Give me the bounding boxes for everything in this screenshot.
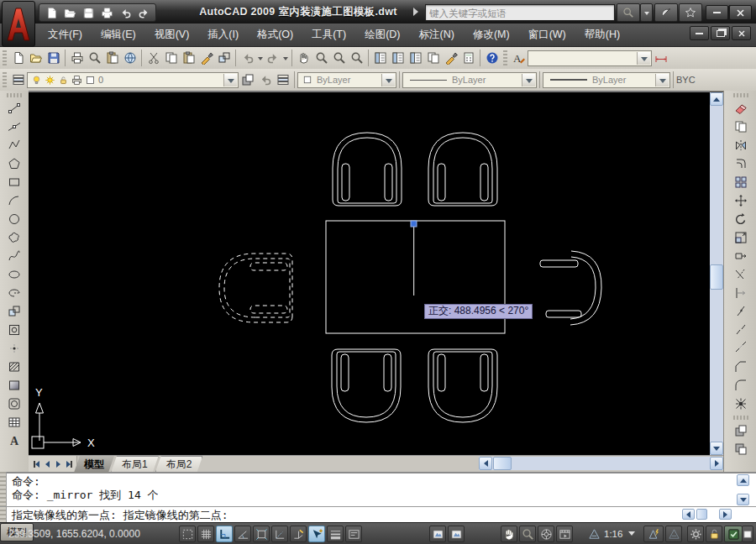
ui-lock-button[interactable]: [706, 526, 722, 542]
tab-layout1[interactable]: 布局1: [111, 456, 159, 473]
publish-button[interactable]: [121, 50, 139, 67]
sheet-set-button[interactable]: [424, 50, 442, 67]
search-dropdown-button[interactable]: [640, 3, 653, 22]
make-block-button[interactable]: [4, 321, 24, 339]
line-button[interactable]: [4, 99, 24, 118]
qat-redo-button[interactable]: [135, 5, 152, 20]
revision-cloud-button[interactable]: [4, 228, 24, 247]
qat-save-button[interactable]: [80, 5, 97, 20]
command-prompt[interactable]: 指定镜像线的第一点: 指定镜像线的第二点:: [12, 508, 228, 523]
bring-to-front-button[interactable]: [731, 421, 751, 440]
show-motion-button[interactable]: [556, 526, 573, 542]
tool-palettes-button[interactable]: [407, 50, 424, 67]
layout2-button[interactable]: [448, 526, 465, 542]
properties-button[interactable]: [371, 50, 389, 67]
zoom-window-button[interactable]: [330, 50, 348, 67]
mtext-button[interactable]: A: [4, 432, 24, 450]
prompt-scroll-left-button[interactable]: [682, 509, 695, 520]
vertical-scroll-thumb[interactable]: [710, 264, 723, 290]
menu-insert[interactable]: 插入(I): [198, 24, 248, 46]
pan-button[interactable]: [295, 50, 312, 67]
tab-first-button[interactable]: [31, 458, 41, 470]
construction-line-button[interactable]: [4, 118, 24, 136]
qat-undo-button[interactable]: [117, 5, 134, 20]
toolbar-grip[interactable]: [3, 72, 7, 87]
menu-draw[interactable]: 绘图(D): [355, 24, 409, 46]
command-scroll-up-button[interactable]: [737, 474, 749, 486]
ortho-toggle[interactable]: [216, 526, 233, 542]
insert-block-button[interactable]: [4, 302, 24, 321]
toolbar-grip[interactable]: [733, 93, 748, 97]
qat-print-button[interactable]: [98, 5, 115, 20]
layer-states-button[interactable]: [274, 71, 291, 89]
doc-close-button[interactable]: [732, 26, 751, 40]
scroll-up-button[interactable]: [710, 92, 723, 106]
menu-modify[interactable]: 修改(M): [464, 24, 519, 46]
toolbar-grip[interactable]: [3, 50, 7, 65]
menu-help[interactable]: 帮助(H): [575, 24, 629, 46]
mirror-button[interactable]: [731, 136, 751, 154]
table-button[interactable]: [4, 413, 24, 432]
polar-toggle[interactable]: [234, 526, 251, 542]
join-button[interactable]: [731, 339, 751, 358]
dim-style-button[interactable]: [652, 50, 669, 67]
dyn-toggle[interactable]: [308, 526, 325, 542]
prompt-scroll-right-button[interactable]: [719, 509, 732, 520]
quick-properties-toggle[interactable]: [345, 526, 362, 542]
menu-view[interactable]: 视图(V): [145, 24, 199, 46]
new-button[interactable]: [9, 50, 27, 67]
zoom-previous-button[interactable]: [348, 50, 365, 67]
menu-edit[interactable]: 编辑(E): [92, 24, 145, 46]
break-at-point-button[interactable]: [731, 302, 751, 321]
spline-button[interactable]: [4, 247, 24, 265]
layout1-button[interactable]: [429, 526, 446, 542]
tab-next-button[interactable]: [53, 458, 63, 470]
circle-button[interactable]: [4, 210, 24, 228]
rotate-button[interactable]: [731, 210, 751, 228]
close-button[interactable]: [729, 5, 752, 20]
polygon-button[interactable]: [4, 154, 24, 173]
design-center-button[interactable]: [389, 50, 407, 67]
quickcalc-button[interactable]: [459, 50, 477, 67]
grid-toggle[interactable]: [197, 526, 214, 542]
menu-window[interactable]: 窗口(W): [519, 24, 575, 46]
offset-button[interactable]: [731, 154, 751, 173]
scale-button[interactable]: [731, 228, 751, 247]
gradient-button[interactable]: [4, 376, 24, 395]
undo-button[interactable]: [239, 50, 256, 67]
rectangle-button[interactable]: [4, 173, 24, 191]
ducs-toggle[interactable]: [290, 526, 307, 542]
lwt-toggle[interactable]: [327, 526, 344, 542]
region-button[interactable]: [4, 395, 24, 413]
clean-screen-button[interactable]: [742, 526, 753, 542]
scale-dropdown-icon[interactable]: [628, 531, 635, 539]
qat-new-button[interactable]: [43, 5, 60, 20]
toolbar-grip[interactable]: [503, 50, 507, 65]
minimize-button[interactable]: [706, 5, 728, 20]
steering-wheel-button[interactable]: [538, 526, 554, 542]
doc-minimize-button[interactable]: [690, 26, 709, 40]
ellipse-arc-button[interactable]: [4, 284, 24, 302]
linetype-combo[interactable]: ByLayer: [402, 72, 537, 88]
stretch-button[interactable]: [731, 247, 751, 265]
tab-layout2[interactable]: 布局2: [155, 456, 203, 473]
open-button[interactable]: [27, 50, 45, 67]
infocenter-expand-icon[interactable]: [413, 8, 418, 16]
autocad-logo[interactable]: [2, 1, 35, 47]
drawing-canvas[interactable]: Y X 正交: 488.4956 < 270°: [29, 91, 710, 455]
extend-button[interactable]: [731, 284, 751, 302]
canvas-vertical-scrollbar[interactable]: [710, 92, 723, 455]
layer-properties-button[interactable]: [9, 71, 27, 89]
layer-previous-button[interactable]: [256, 71, 274, 89]
redo-dropdown[interactable]: [281, 50, 289, 67]
text-style-button[interactable]: A: [510, 50, 528, 67]
annotation-visibility-button[interactable]: [643, 526, 664, 542]
redo-button[interactable]: [264, 50, 281, 67]
osnap-toggle[interactable]: [253, 526, 270, 542]
send-to-back-button[interactable]: [731, 440, 751, 458]
prompt-scroll-thumb[interactable]: [696, 509, 707, 520]
zoom-realtime-button[interactable]: [312, 50, 330, 67]
menu-dimension[interactable]: 标注(N): [410, 24, 464, 46]
menu-file[interactable]: 文件(F): [39, 24, 92, 46]
copy-button[interactable]: [162, 50, 180, 67]
